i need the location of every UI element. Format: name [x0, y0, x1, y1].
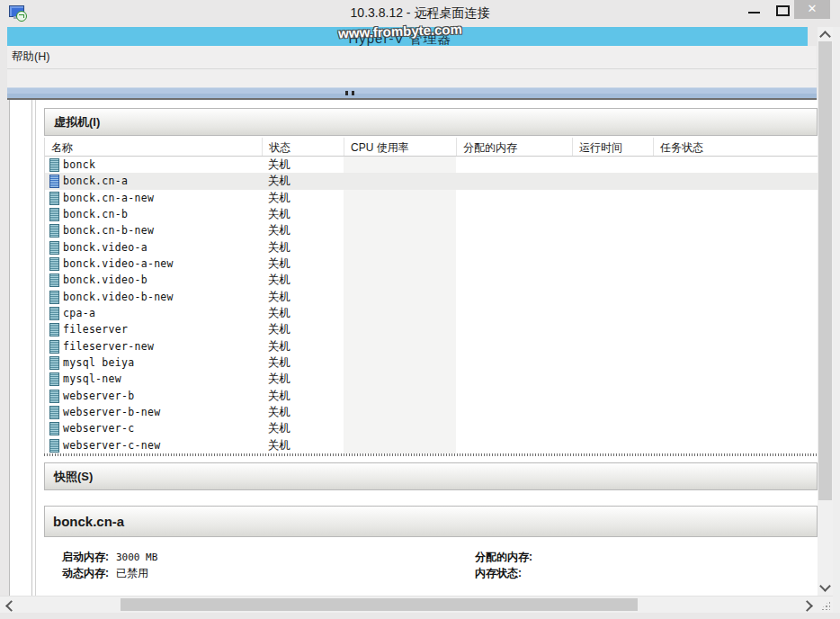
vm-server-icon — [49, 192, 59, 205]
snapshot-section-header: 快照(S) — [44, 462, 818, 490]
vm-row[interactable]: webserver-b-new关机 — [45, 404, 818, 420]
toolbar — [7, 69, 817, 87]
vm-row[interactable]: mysql beiya关机 — [45, 354, 818, 371]
pane-divider — [35, 100, 36, 596]
column-header-status[interactable]: 状态 — [262, 138, 344, 156]
scroll-right-icon[interactable] — [801, 600, 813, 612]
vm-row[interactable]: bonck.video-a-new关机 — [45, 256, 818, 272]
list-clip-edge — [44, 453, 818, 456]
vm-row[interactable]: fileserver关机 — [45, 321, 818, 337]
clipped-banner — [7, 87, 817, 100]
vm-name: webserver-b — [63, 390, 134, 402]
detail-label-dynamic-memory: 动态内存: — [62, 567, 109, 579]
vm-status: 关机 — [268, 389, 290, 404]
vm-status: 关机 — [268, 290, 290, 305]
vm-server-icon — [49, 356, 59, 370]
column-header-cpu[interactable]: CPU 使用率 — [344, 138, 456, 156]
vm-name: mysql beiya — [63, 356, 134, 369]
vm-status: 关机 — [268, 157, 290, 173]
scroll-down-icon[interactable] — [819, 580, 831, 592]
vm-server-icon — [49, 323, 59, 336]
vm-table-header: 名称 状态 CPU 使用率 分配的内存 运行时间 任务状态 — [45, 138, 818, 157]
vm-status: 关机 — [268, 207, 290, 222]
vm-server-icon — [49, 224, 59, 238]
vm-row[interactable]: bonck.video-b-new关机 — [45, 289, 818, 305]
window-right-edge — [833, 27, 840, 613]
clipped-text-remnant — [345, 91, 348, 95]
vm-status: 关机 — [268, 256, 290, 272]
detail-label-memory-status: 内存状态: — [475, 567, 522, 579]
vm-row[interactable]: bonck.cn-b-new关机 — [45, 222, 818, 238]
vm-row[interactable]: webserver-c关机 — [45, 420, 818, 436]
detail-value-startup-memory: 3000 MB — [116, 552, 157, 563]
vm-name: bonck.video-b — [63, 274, 147, 286]
vm-row[interactable]: fileserver-new关机 — [45, 338, 818, 354]
vm-status: 关机 — [268, 223, 290, 238]
vm-name: cpa-a — [63, 307, 95, 319]
vm-rows: bonck关机bonck.cn-a关机bonck.cn-a-new关机bonck… — [45, 157, 818, 453]
vm-section-header: 虚拟机(I) — [44, 108, 818, 136]
vm-status: 关机 — [268, 240, 290, 256]
menubar: 帮助(H) — [7, 46, 817, 69]
vm-status: 关机 — [268, 421, 290, 436]
vm-status: 关机 — [268, 438, 290, 453]
resize-grip[interactable] — [820, 600, 830, 610]
vm-row[interactable]: cpa-a关机 — [45, 305, 818, 321]
vm-details-header: bonck.cn-a — [44, 506, 818, 537]
horizontal-scrollbar-thumb[interactable] — [121, 598, 638, 611]
vm-server-icon — [49, 372, 59, 386]
vm-server-icon — [49, 241, 59, 255]
vm-server-icon — [49, 439, 59, 453]
vm-name: mysql-new — [63, 372, 121, 385]
vm-row[interactable]: bonck关机 — [45, 157, 818, 173]
pane-divider — [31, 100, 32, 596]
vm-row[interactable]: bonck.cn-a关机 — [45, 173, 818, 189]
column-header-memory[interactable]: 分配的内存 — [456, 138, 572, 156]
vm-server-icon — [49, 257, 59, 271]
vm-status: 关机 — [268, 339, 290, 354]
vm-name: webserver-b-new — [63, 406, 160, 418]
vm-status: 关机 — [268, 372, 290, 387]
vm-name: fileserver — [63, 323, 128, 336]
vm-row[interactable]: bonck.cn-a-new关机 — [45, 190, 818, 206]
vm-status: 关机 — [268, 174, 290, 189]
vm-status: 关机 — [268, 355, 290, 371]
vertical-scrollbar[interactable] — [818, 27, 833, 596]
scroll-up-icon[interactable] — [819, 31, 831, 42]
vm-status: 关机 — [268, 273, 290, 288]
vm-row[interactable]: bonck.video-b关机 — [45, 272, 818, 288]
vm-status: 关机 — [268, 306, 290, 321]
vm-row[interactable]: bonck.cn-b关机 — [45, 206, 818, 222]
vm-status: 关机 — [268, 322, 290, 337]
vm-name: webserver-c-new — [63, 439, 160, 452]
vm-name: bonck.cn-a — [63, 175, 128, 187]
main-panel: 虚拟机(I) 名称 状态 CPU 使用率 分配的内存 运行时间 任务状态 bon… — [9, 100, 818, 596]
vm-name: fileserver-new — [63, 340, 154, 353]
detail-label-assigned-memory: 分配的内存: — [475, 551, 532, 563]
vm-name: bonck.cn-b — [63, 208, 128, 220]
vm-status: 关机 — [268, 191, 290, 206]
vm-details: 启动内存:3000 MB 动态内存:已禁用 分配的内存: 内存状态: — [44, 537, 818, 595]
horizontal-scrollbar[interactable] — [0, 596, 840, 613]
vm-row[interactable]: bonck.video-a关机 — [45, 239, 818, 256]
vm-row[interactable]: webserver-b关机 — [45, 388, 818, 404]
rdp-window: 10.3.8.12 - 远程桌面连接 Hyper-V 管理器 www.fromb… — [0, 0, 840, 619]
vm-server-icon — [49, 208, 59, 221]
vertical-scrollbar-thumb[interactable] — [818, 41, 832, 500]
window-bottom-edge — [0, 613, 840, 619]
vm-name: bonck.cn-a-new — [63, 192, 154, 204]
vm-server-icon — [49, 291, 59, 304]
vm-name: bonck.video-a — [63, 241, 147, 254]
vm-name: bonck.cn-b-new — [63, 224, 154, 237]
detail-value-dynamic-memory: 已禁用 — [116, 567, 148, 579]
vm-row[interactable]: mysql-new关机 — [45, 371, 818, 387]
scroll-left-icon[interactable] — [5, 600, 17, 612]
vm-status: 关机 — [268, 405, 290, 420]
vm-row[interactable]: webserver-c-new关机 — [45, 437, 818, 453]
column-header-uptime[interactable]: 运行时间 — [572, 138, 653, 156]
menu-item-help[interactable]: 帮助(H) — [7, 46, 55, 65]
clipped-text-remnant — [352, 91, 354, 95]
column-header-task[interactable]: 任务状态 — [653, 138, 818, 156]
column-header-name[interactable]: 名称 — [45, 138, 262, 156]
vm-table: 名称 状态 CPU 使用率 分配的内存 运行时间 任务状态 bonck关机bon… — [44, 138, 818, 453]
